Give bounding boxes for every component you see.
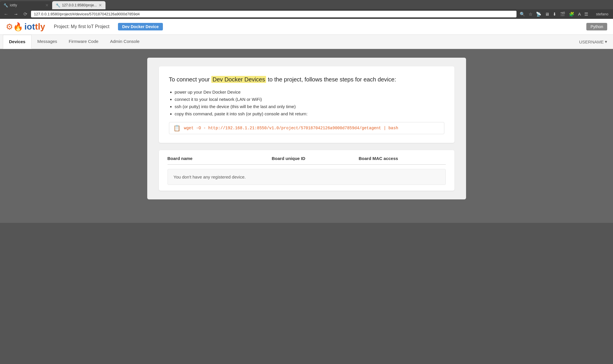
col-board-mac: Board MAC access bbox=[359, 156, 446, 161]
app-nav: Devices Messages Firmware Code Admin Con… bbox=[0, 35, 613, 49]
logo[interactable]: ⚙🔥 iottly bbox=[6, 22, 45, 32]
lang-badge[interactable]: Python bbox=[586, 23, 607, 30]
address-input[interactable] bbox=[31, 11, 516, 17]
puzzle-icon[interactable]: 🧩 bbox=[568, 11, 575, 17]
content-card: To connect your Dev Docker Devices to th… bbox=[147, 58, 466, 199]
copy-icon[interactable]: 📋 bbox=[173, 125, 181, 132]
tab-bar: 🔧 iottly ✕ 🔧 127.0.0.1:8580/proje... ✕ bbox=[0, 0, 613, 9]
main-background: To connect your Dev Docker Devices to th… bbox=[0, 49, 613, 223]
device-badge[interactable]: Dev Docker Device bbox=[118, 23, 163, 30]
nav-firmware[interactable]: Firmware Code bbox=[63, 35, 104, 49]
logo-icon: ⚙🔥 bbox=[6, 22, 23, 32]
col-board-name: Board name bbox=[168, 156, 272, 161]
heading-after: to the project, follows these steps for … bbox=[268, 76, 396, 83]
tab1-title: iottly bbox=[10, 3, 17, 7]
logo-iot: iot bbox=[24, 22, 35, 31]
nav-messages[interactable]: Messages bbox=[32, 35, 63, 49]
nav-devices[interactable]: Devices bbox=[3, 35, 32, 49]
project-name: Project: My first IoT Project bbox=[54, 24, 110, 29]
step-1: power up your Dev Docker Device bbox=[175, 90, 444, 94]
app-container: ⚙🔥 iottly Project: My first IoT Project … bbox=[0, 19, 613, 49]
table-card: Board name Board unique ID Board MAC acc… bbox=[159, 150, 454, 191]
steps-list: power up your Dev Docker Device connect … bbox=[175, 90, 444, 116]
forward-button[interactable]: → bbox=[12, 11, 20, 17]
username-label: USERNAME bbox=[579, 39, 604, 44]
logo-rest: tly bbox=[35, 22, 45, 31]
instructions-card: To connect your Dev Docker Devices to th… bbox=[159, 66, 454, 143]
app-header: ⚙🔥 iottly Project: My first IoT Project … bbox=[0, 19, 613, 35]
refresh-button[interactable]: ⟳ bbox=[22, 11, 29, 17]
tab-1[interactable]: 🔧 iottly ✕ bbox=[0, 1, 52, 9]
tab2-close[interactable]: ✕ bbox=[99, 3, 102, 8]
heading-before: To connect your bbox=[169, 76, 210, 83]
step-3: ssh (or putty) into the device (this wil… bbox=[175, 104, 444, 109]
screen-icon[interactable]: 🖥 bbox=[544, 11, 550, 17]
tab1-close[interactable]: ✕ bbox=[45, 3, 49, 8]
tab2-title: 127.0.0.1:8580/proje... bbox=[62, 3, 97, 7]
font-icon[interactable]: A bbox=[577, 11, 582, 17]
heading-highlight: Dev Docker Devices bbox=[211, 76, 266, 83]
nav-admin[interactable]: Admin Console bbox=[104, 35, 145, 49]
step-4: copy this command, paste it into ssh (or… bbox=[175, 111, 444, 116]
back-button[interactable]: ← bbox=[2, 11, 10, 17]
broadcast-icon[interactable]: 📡 bbox=[535, 11, 542, 17]
table-header: Board name Board unique ID Board MAC acc… bbox=[168, 156, 446, 165]
tab2-favicon: 🔧 bbox=[56, 3, 60, 8]
nav-username[interactable]: USERNAME ▾ bbox=[576, 35, 610, 48]
browser-user: stefano bbox=[594, 11, 611, 17]
logo-text: iottly bbox=[24, 22, 45, 32]
tab-2[interactable]: 🔧 127.0.0.1:8580/proje... ✕ bbox=[52, 1, 105, 9]
film-icon[interactable]: 🎬 bbox=[559, 11, 566, 17]
col-board-uid: Board unique ID bbox=[272, 156, 359, 161]
address-bar-row: ← → ⟳ 🔍 ☆ 📡 🖥 ⬇ 🎬 🧩 A ☰ stefano bbox=[0, 9, 613, 19]
star-icon[interactable]: ☆ bbox=[528, 11, 533, 17]
empty-message: You don't have any registered device. bbox=[168, 169, 446, 185]
tab1-favicon: 🔧 bbox=[3, 3, 8, 8]
menu-icon[interactable]: ☰ bbox=[583, 11, 589, 17]
command-box: 📋 wget -O - http://192.168.1.21:8550/v1.… bbox=[169, 122, 444, 134]
command-text: wget -O - http://192.168.1.21:8550/v1.0/… bbox=[184, 126, 398, 130]
browser-toolbar: 🔍 ☆ 📡 🖥 ⬇ 🎬 🧩 A ☰ bbox=[519, 11, 589, 17]
search-icon[interactable]: 🔍 bbox=[519, 11, 526, 17]
username-arrow: ▾ bbox=[605, 39, 607, 44]
step-2: connect it to your local network (LAN or… bbox=[175, 97, 444, 102]
browser-chrome: 🔧 iottly ✕ 🔧 127.0.0.1:8580/proje... ✕ ←… bbox=[0, 0, 613, 19]
download-icon[interactable]: ⬇ bbox=[552, 11, 557, 17]
instructions-heading: To connect your Dev Docker Devices to th… bbox=[169, 75, 444, 84]
